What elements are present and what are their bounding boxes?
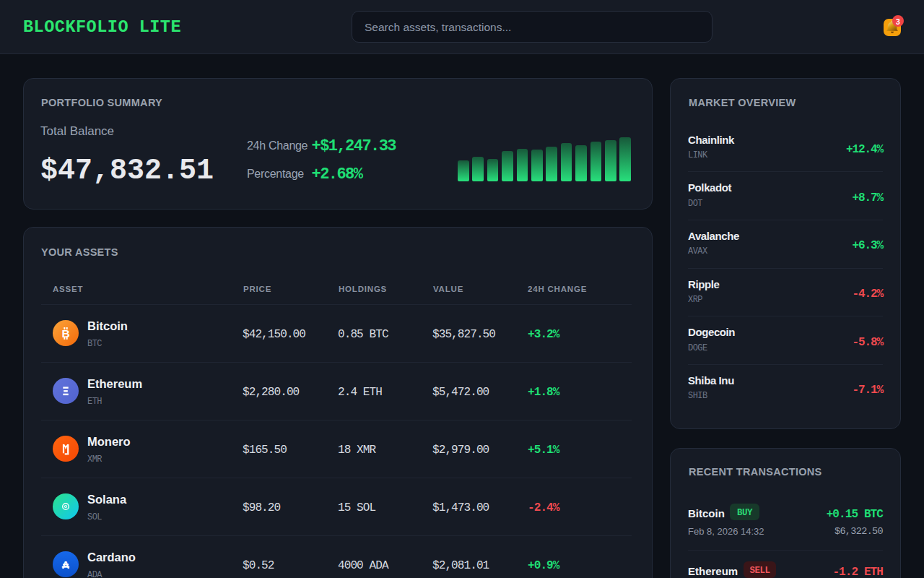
svg-text:B: B <box>61 327 69 340</box>
